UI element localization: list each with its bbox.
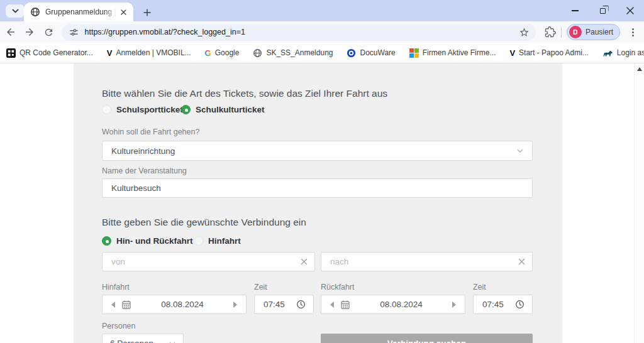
bookmark-label: QR Code Generator... [19, 48, 93, 57]
radio-schulsportticket[interactable]: Schulsportticket [102, 105, 183, 114]
profile-button[interactable]: D Pausiert [567, 24, 620, 40]
outbound-date: 08.08.2024 [161, 300, 204, 309]
url-text[interactable]: https://gruppen.vmobil.at/?check_logged_… [85, 28, 519, 36]
reload-button[interactable] [40, 23, 58, 41]
browser-menu-button[interactable] [624, 23, 641, 41]
outbound-label: Hinfahrt [102, 283, 130, 291]
window-controls [561, 0, 644, 21]
connection-section-heading: Bitte geben Sie die gewünschte Verbindun… [102, 217, 306, 228]
microsoft-icon [409, 48, 419, 58]
from-input[interactable] [103, 253, 314, 271]
bookmark-qr-code-generator[interactable]: QR Code Generator... [6, 48, 93, 58]
destination-select[interactable]: Kultureinrichtung [102, 141, 533, 161]
persons-value: 6 Personen [110, 339, 153, 343]
event-name-field[interactable] [102, 178, 533, 198]
radio-unselected-icon[interactable] [102, 105, 111, 114]
back-button[interactable] [2, 23, 19, 41]
return-time: 07:45 [482, 300, 504, 309]
tab-search-button[interactable] [6, 4, 25, 18]
next-day-icon[interactable] [233, 302, 237, 308]
reload-icon [43, 27, 54, 38]
outbound-date-picker[interactable]: 08.08.2024 [102, 295, 247, 314]
bookmark-label: Google [215, 48, 240, 57]
blue-ring-icon [347, 48, 356, 58]
next-day-icon[interactable] [452, 302, 456, 308]
browser-tab[interactable]: Gruppenanmeldung | VMOBIL G [24, 3, 133, 21]
calendar-icon [121, 300, 131, 310]
radio-label: Hinfahrt [208, 236, 241, 246]
titlebar: Gruppenanmeldung | VMOBIL G [0, 0, 644, 21]
qr-code-icon [6, 48, 16, 58]
return-label: Rückfahrt [321, 283, 355, 291]
bookmark-label: Firmen Aktive Firme... [423, 48, 496, 57]
scrollbar[interactable] [634, 63, 644, 343]
search-connection-button[interactable]: Verbindung suchen [321, 334, 533, 343]
globe-favicon-icon [30, 7, 40, 17]
previous-day-icon[interactable] [330, 302, 334, 308]
persons-label: Personen [102, 322, 136, 330]
google-g-icon: G [205, 48, 211, 58]
to-field[interactable] [321, 252, 533, 271]
forward-button[interactable] [21, 23, 39, 41]
dog-icon [602, 48, 613, 57]
extensions-icon[interactable] [545, 26, 556, 38]
new-tab-button[interactable] [140, 5, 155, 20]
address-bar[interactable]: https://gruppen.vmobil.at/?check_logged_… [62, 24, 536, 41]
return-date-picker[interactable]: 08.08.2024 [321, 295, 465, 314]
to-input[interactable] [321, 253, 532, 271]
clock-icon [515, 300, 525, 309]
radio-schulkulturticket[interactable]: Schulkulturticket [181, 105, 265, 114]
bookmarks-bar: QR Code Generator... V Anmelden | VMOBIL… [0, 43, 644, 63]
restore-button[interactable] [589, 0, 616, 21]
browser-toolbar: https://gruppen.vmobil.at/?check_logged_… [0, 21, 644, 43]
bookmark-label: Login askDANTE [617, 48, 644, 57]
minimize-icon [572, 10, 579, 11]
radio-hin-und-rueckfahrt[interactable]: Hin- und Rückfahrt [102, 236, 193, 246]
bookmark-start-papoo[interactable]: V Start - Papoo Admi... [509, 48, 588, 58]
return-time-label: Zeit [473, 283, 486, 291]
destination-label: Wohin soll die Fahrt gehen? [102, 128, 199, 136]
clear-icon[interactable] [518, 258, 525, 265]
destination-value: Kultureinrichtung [111, 146, 175, 156]
bookmark-anmelden-vmobil[interactable]: V Anmelden | VMOBIL... [107, 48, 191, 58]
forward-arrow-icon [24, 26, 35, 38]
browser-window: Gruppenanmeldung | VMOBIL G [0, 0, 644, 343]
persons-select[interactable]: 6 Personen [102, 334, 184, 343]
toolbar-right: D Pausiert [545, 23, 644, 41]
scroll-up-icon[interactable] [637, 67, 642, 71]
radio-selected-icon[interactable] [181, 105, 191, 114]
site-settings-icon [69, 28, 79, 37]
previous-day-icon[interactable] [111, 302, 115, 308]
bookmark-star-icon[interactable] [519, 27, 530, 38]
outbound-time-label: Zeit [254, 283, 267, 291]
tab-close-button[interactable] [118, 7, 128, 17]
radio-hinfahrt[interactable]: Hinfahrt [194, 236, 241, 246]
close-icon [121, 9, 126, 15]
bookmark-label: SK_SS_Anmeldung [266, 48, 333, 57]
return-date: 08.08.2024 [380, 300, 423, 309]
clear-icon[interactable] [301, 258, 308, 265]
event-name-label: Name der Veranstaltung [102, 166, 187, 175]
bookmark-sk-ss-anmeldung[interactable]: SK_SS_Anmeldung [253, 48, 333, 58]
bookmark-label: DocuWare [360, 48, 395, 57]
bookmark-login-askdante[interactable]: Login askDANTE [602, 48, 644, 57]
from-field[interactable] [102, 252, 315, 271]
back-arrow-icon [5, 26, 16, 38]
chevron-down-icon [12, 9, 19, 13]
clock-icon [296, 300, 306, 309]
page-content: Bitte wählen Sie die Art des Tickets, so… [0, 63, 644, 343]
radio-unselected-icon[interactable] [194, 236, 203, 246]
minimize-button[interactable] [561, 0, 589, 21]
radio-label: Hin- und Rückfahrt [116, 236, 193, 246]
close-window-button[interactable] [616, 0, 644, 21]
bookmark-google[interactable]: G Google [205, 48, 240, 58]
plus-icon [143, 9, 151, 16]
form-panel: Bitte wählen Sie die Art des Tickets, so… [74, 63, 562, 343]
bookmark-firmen-aktive[interactable]: Firmen Aktive Firme... [409, 48, 496, 58]
outbound-time-picker[interactable]: 07:45 [254, 295, 314, 314]
ticket-section-heading: Bitte wählen Sie die Art des Tickets, so… [102, 88, 387, 99]
event-name-input[interactable] [103, 179, 532, 197]
radio-selected-icon[interactable] [102, 236, 111, 246]
bookmark-docuware[interactable]: DocuWare [347, 48, 395, 58]
return-time-picker[interactable]: 07:45 [473, 295, 533, 314]
